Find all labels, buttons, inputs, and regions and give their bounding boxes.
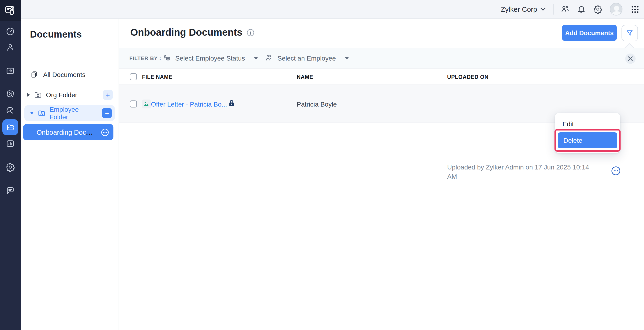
caret-down-icon bbox=[345, 57, 348, 59]
employee-folder-icon bbox=[38, 109, 46, 117]
main-content: Onboarding Documents Add Documents FILTE… bbox=[119, 19, 644, 330]
bar-chart-icon[interactable] bbox=[6, 139, 15, 148]
row-actions-ellipsis-icon[interactable] bbox=[611, 166, 620, 176]
close-filter-button[interactable] bbox=[625, 54, 636, 64]
column-header-name[interactable]: NAME bbox=[297, 69, 313, 85]
gauge-icon[interactable] bbox=[6, 27, 15, 36]
org-switcher[interactable]: Zylker Corp bbox=[501, 5, 546, 13]
app-logo[interactable] bbox=[0, 0, 20, 21]
circled-ellipsis-icon[interactable] bbox=[101, 128, 109, 136]
bell-icon[interactable] bbox=[577, 5, 586, 14]
add-folder-button[interactable]: + bbox=[103, 90, 113, 100]
topbar: Zylker Corp bbox=[20, 0, 644, 19]
close-icon bbox=[628, 56, 633, 61]
avatar[interactable] bbox=[610, 3, 622, 16]
employee-dropdown[interactable]: Select an Employee bbox=[265, 54, 348, 62]
documents-sidebar: Documents All Documents Org Folder + Emp… bbox=[20, 19, 119, 330]
caret-down-icon bbox=[254, 57, 258, 59]
files-nav-active[interactable] bbox=[2, 119, 18, 135]
people-app-logo-icon bbox=[4, 4, 16, 17]
row-checkbox[interactable] bbox=[130, 100, 137, 107]
folder-open-icon bbox=[6, 123, 15, 132]
truncation-ellipsis: ... bbox=[86, 128, 93, 136]
org-name: Zylker Corp bbox=[501, 5, 537, 13]
chevron-down-icon bbox=[540, 8, 546, 11]
sidebar-item-label: Org Folder bbox=[46, 91, 77, 99]
chat-icon[interactable] bbox=[6, 186, 15, 195]
topbar-divider bbox=[553, 4, 554, 14]
filter-divider bbox=[258, 53, 258, 63]
apps-grid-icon[interactable] bbox=[631, 5, 639, 13]
percent-badge-icon[interactable] bbox=[6, 89, 15, 99]
employee-name-cell: Patricia Boyle bbox=[297, 100, 337, 108]
info-icon[interactable] bbox=[246, 28, 254, 36]
funnel-icon bbox=[626, 29, 634, 37]
sidebar-item-label: Onboarding Doc bbox=[36, 128, 86, 136]
calendar-arrow-icon[interactable] bbox=[6, 66, 15, 76]
click-target-annotation: Delete bbox=[554, 129, 620, 152]
sidebar-item-org-folder[interactable]: Org Folder + bbox=[27, 88, 113, 101]
filter-panel-notch bbox=[624, 43, 634, 53]
sidebar-title: Documents bbox=[30, 29, 82, 40]
app-window: Zylker Corp Documents All Documents Org … bbox=[0, 0, 644, 330]
sidebar-item-all-documents[interactable]: All Documents bbox=[30, 68, 86, 81]
row-actions-menu: Edit Delete bbox=[555, 113, 620, 153]
dropdown-value: Select an Employee bbox=[278, 54, 336, 62]
lock-icon bbox=[228, 99, 235, 107]
filter-panel: FILTER BY : Select Employee Status Selec… bbox=[119, 48, 644, 69]
employee-status-dropdown[interactable]: Select Employee Status bbox=[163, 54, 258, 62]
uploaded-on-cell: Uploaded by Zylker Admin on 17 Jun 2025 … bbox=[447, 162, 600, 181]
chevron-right-icon[interactable] bbox=[27, 93, 30, 97]
menu-item-delete[interactable]: Delete bbox=[558, 132, 617, 148]
chevron-down-icon[interactable] bbox=[30, 112, 34, 114]
table-header: FILE NAME NAME UPLOADED ON bbox=[119, 69, 644, 85]
filter-button[interactable] bbox=[622, 25, 638, 41]
documents-copy-icon bbox=[30, 70, 38, 79]
page-title: Onboarding Documents bbox=[130, 27, 242, 38]
umbrella-icon[interactable] bbox=[6, 106, 15, 115]
org-folder-icon bbox=[34, 91, 42, 99]
column-header-file-name[interactable]: FILE NAME bbox=[142, 69, 172, 85]
image-file-icon bbox=[142, 99, 151, 108]
sidebar-item-employee-folder[interactable]: Employee Folder + bbox=[24, 105, 115, 121]
people-icon[interactable] bbox=[560, 5, 570, 14]
add-subfolder-button[interactable]: + bbox=[102, 108, 112, 118]
gear-icon[interactable] bbox=[594, 5, 602, 14]
app-rail bbox=[0, 0, 20, 330]
menu-item-edit[interactable]: Edit bbox=[555, 117, 620, 131]
filter-by-label: FILTER BY : bbox=[129, 55, 161, 61]
file-name-link[interactable]: Offer Letter - Patricia Bo... bbox=[151, 100, 227, 108]
person-icon[interactable] bbox=[6, 43, 15, 52]
sidebar-item-label: Employee Folder bbox=[50, 106, 98, 121]
dropdown-value: Select Employee Status bbox=[175, 54, 245, 62]
column-header-uploaded-on[interactable]: UPLOADED ON bbox=[447, 69, 488, 85]
employee-status-icon bbox=[163, 54, 171, 62]
add-documents-button[interactable]: Add Documents bbox=[562, 25, 617, 41]
select-all-checkbox[interactable] bbox=[130, 73, 137, 80]
sidebar-item-onboarding-documents[interactable]: Onboarding Doc... bbox=[23, 124, 114, 140]
gear-icon[interactable] bbox=[6, 162, 15, 172]
employees-icon bbox=[265, 54, 273, 62]
sidebar-item-label: All Documents bbox=[43, 71, 86, 78]
